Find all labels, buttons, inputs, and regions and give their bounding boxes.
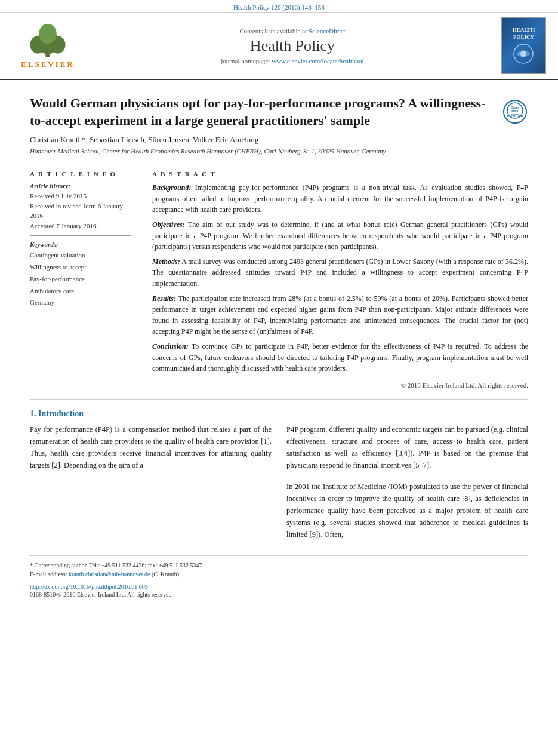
- results-text: The participation rate increased from 28…: [152, 294, 528, 336]
- intro-left-col: Pay for performance (P4P) is a compensat…: [30, 423, 272, 540]
- svg-point-4: [39, 23, 57, 43]
- article-body-columns: A R T I C L E I N F O Article history: R…: [30, 164, 528, 391]
- intro-two-column: Pay for performance (P4P) is a compensat…: [30, 423, 528, 540]
- abstract-header: A B S T R A C T: [152, 170, 528, 177]
- keyword-3: Pay-for-performance: [30, 273, 131, 285]
- footnote-area: * Corresponding author. Tel.: +49 511 53…: [30, 555, 528, 598]
- intro-right-para2: In 2001 the Institute of Medicine (IOM) …: [286, 481, 528, 540]
- accepted-date: Accepted 7 January 2016: [30, 221, 131, 231]
- cover-line2: POLICY: [513, 34, 534, 41]
- article-history-label: Article history:: [30, 182, 131, 189]
- keyword-5: Germany: [30, 297, 131, 309]
- crossmark-badge: Cross Mark CHECK FOR UPDATES: [501, 98, 528, 125]
- article-info-header: A R T I C L E I N F O: [30, 170, 131, 177]
- abstract-results: Results: The participation rate increase…: [152, 293, 528, 337]
- citation-text: Health Policy 120 (2016) 148–158: [233, 4, 325, 11]
- journal-center: Contents lists available at ScienceDirec…: [84, 27, 501, 64]
- abstract-background: Background: Implementing pay-for-perform…: [152, 182, 528, 216]
- conclusion-text: To convince GPs to participate in P4P, b…: [152, 342, 528, 373]
- keyword-list: Contingent valuation Willingness to acce…: [30, 250, 131, 309]
- objectives-label: Objectives:: [152, 220, 185, 229]
- background-label: Background:: [152, 183, 191, 192]
- affiliation: Hannover Medical School, Center for Heal…: [30, 147, 528, 155]
- article-title: Would German physicians opt for pay-for-…: [30, 95, 492, 129]
- abstract-methods: Methods: A mail survey was conducted amo…: [152, 256, 528, 290]
- journal-cover: HEALTH POLICY: [501, 17, 546, 74]
- keyword-4: Ambulatory care: [30, 285, 131, 297]
- corresponding-note: * Corresponding author. Tel.: +49 511 53…: [30, 561, 528, 570]
- info-divider: [30, 235, 131, 236]
- doi-link[interactable]: http://dx.doi.org/10.1016/j.healthpol.20…: [30, 583, 528, 590]
- results-label: Results:: [152, 294, 176, 303]
- abstract-column: A B S T R A C T Background: Implementing…: [152, 170, 528, 391]
- citation-bar: Health Policy 120 (2016) 148–158: [0, 0, 558, 13]
- elsevier-tree-icon: [24, 23, 72, 59]
- revised-date: Received in revised form 6 January 2016: [30, 201, 131, 221]
- conclusion-label: Conclusion:: [152, 342, 189, 351]
- journal-title: Health Policy: [84, 37, 501, 55]
- article-info-column: A R T I C L E I N F O Article history: R…: [30, 170, 140, 391]
- issn-line: 0168-8510/© 2016 Elsevier Ireland Ltd. A…: [30, 591, 528, 598]
- background-text: Implementing pay-for-performance (P4P) p…: [152, 183, 528, 214]
- authors: Christian Krauth*, Sebastian Liersch, Sö…: [30, 135, 528, 145]
- received-date: Received 9 July 2015: [30, 191, 131, 201]
- email-note: E-mail address: krauth.christian@mh-hann…: [30, 570, 528, 579]
- methods-label: Methods:: [152, 257, 180, 266]
- article-title-section: Would German physicians opt for pay-for-…: [30, 95, 528, 129]
- objectives-text: The aim of our study was to determine, i…: [152, 220, 528, 251]
- svg-text:Mark: Mark: [511, 109, 519, 113]
- keywords-label: Keywords:: [30, 241, 131, 248]
- keyword-2: Willingness to accept: [30, 262, 131, 273]
- abstract-objectives: Objectives: The aim of our study was to …: [152, 219, 528, 253]
- svg-point-7: [520, 51, 526, 57]
- main-content: Would German physicians opt for pay-for-…: [0, 80, 558, 610]
- doi-url[interactable]: http://dx.doi.org/10.1016/j.healthpol.20…: [30, 583, 148, 590]
- abstract-text: Background: Implementing pay-for-perform…: [152, 182, 528, 391]
- cover-graphic-icon: [513, 44, 534, 64]
- crossmark-icon: Cross Mark CHECK FOR UPDATES: [507, 102, 523, 119]
- keyword-1: Contingent valuation: [30, 250, 131, 262]
- journal-url[interactable]: www.elsevier.com/locate/healthpol: [272, 57, 363, 64]
- intro-right-para1: P4P program, different quality and econo…: [286, 423, 528, 471]
- introduction-section: 1. Introduction Pay for performance (P4P…: [30, 409, 528, 540]
- intro-left-para1: Pay for performance (P4P) is a compensat…: [30, 423, 272, 471]
- journal-header: ELSEVIER Contents lists available at Sci…: [0, 13, 558, 80]
- journal-homepage: journal homepage: www.elsevier.com/locat…: [84, 57, 501, 64]
- sciencedirect-link[interactable]: ScienceDirect: [309, 27, 346, 35]
- section-divider: [30, 399, 528, 400]
- intro-right-col: P4P program, different quality and econo…: [286, 423, 528, 540]
- author-email-link[interactable]: krauth.christian@mh-hannover.de: [69, 571, 150, 577]
- elsevier-logo: ELSEVIER: [12, 23, 84, 69]
- introduction-title: 1. Introduction: [30, 409, 528, 419]
- svg-text:CHECK FOR UPDATES: CHECK FOR UPDATES: [507, 115, 523, 118]
- contents-line: Contents lists available at ScienceDirec…: [84, 27, 501, 35]
- elsevier-brand-text: ELSEVIER: [21, 60, 75, 69]
- cover-line1: HEALTH: [513, 27, 535, 34]
- methods-text: A mail survey was conducted among 2493 g…: [152, 257, 528, 288]
- abstract-copyright: © 2016 Elsevier Ireland Ltd. All rights …: [152, 380, 528, 391]
- abstract-conclusion: Conclusion: To convince GPs to participa…: [152, 341, 528, 374]
